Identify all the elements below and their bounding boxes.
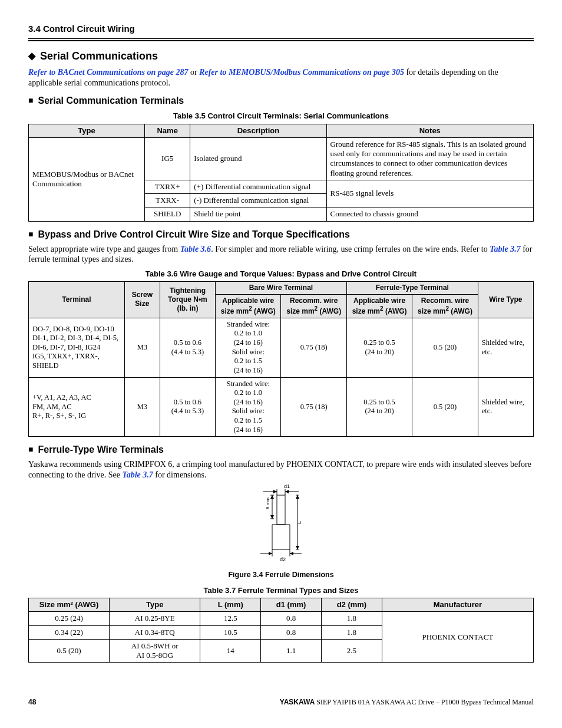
t35-r3-name: SHIELD [145, 207, 190, 221]
h2b-text: Bypass and Drive Control Circuit Wire Si… [38, 229, 349, 239]
link-table37[interactable]: Table 3.7 [490, 245, 520, 253]
intro-mid: or [188, 68, 199, 77]
t36-r1-screw: M3 [124, 377, 160, 437]
link-table36[interactable]: Table 3.6 [180, 245, 211, 253]
intro-paragraph: Refer to BACnet Communications on page 2… [28, 67, 534, 88]
table-36: Terminal Screw Size Tightening Torque N•… [28, 281, 534, 437]
fig-d2-label: d2 [280, 556, 286, 562]
t35-r1-notes: RS-485 signal levels [326, 180, 533, 207]
t36-r0-barerec: 0.75 (18) [281, 318, 346, 377]
page-footer: 48 YASKAWA SIEP YAIP1B 01A YASKAWA AC Dr… [28, 698, 534, 707]
diamond-icon: ◆ [28, 51, 35, 61]
t36-h-bare-app: Applicable wire size mm2 (AWG) [216, 294, 281, 318]
rule-thick [28, 40, 534, 41]
table35-caption: Table 3.5 Control Circuit Terminals: Ser… [28, 111, 534, 121]
t36-r1-barerec: 0.75 (18) [281, 377, 346, 437]
t36-h-torque: Tightening Torque N•m (lb. in) [160, 281, 215, 318]
rule-thin [28, 38, 534, 39]
table-row: DO-7, DO-8, DO-9, DO-10 DI-1, DI-2, DI-3… [29, 318, 534, 377]
t37-r2-c4: 2.5 [322, 639, 382, 663]
square-icon: ■ [28, 444, 33, 454]
t36-r1-ferrrec: 0.5 (20) [412, 377, 478, 437]
table36-caption: Table 3.6 Wire Gauge and Torque Values: … [28, 269, 534, 279]
t37-r0-c3: 0.8 [261, 612, 322, 625]
t37-h2: L (mm) [200, 598, 261, 612]
svg-marker-16 [296, 495, 299, 499]
t35-h-desc: Description [190, 124, 326, 137]
p37a: Yaskawa recommends using CRIMPFOX 6, a c… [28, 460, 531, 479]
svg-rect-0 [277, 495, 285, 525]
t36-r0-ferrapp: 0.25 to 0.5 (24 to 20) [346, 318, 412, 377]
t35-r0-name: IG5 [145, 137, 190, 180]
table-37: Size mm² (AWG) Type L (mm) d1 (mm) d2 (m… [28, 598, 534, 663]
link-modbus[interactable]: Refer to MEMOBUS/Modbus Communications o… [199, 68, 404, 77]
t37-r2-c0: 0.5 (20) [29, 639, 110, 663]
t37-h0: Size mm² (AWG) [29, 598, 110, 612]
t37-r0-c4: 1.8 [322, 612, 382, 625]
link-table37b[interactable]: Table 3.7 [122, 470, 153, 479]
t36-r1-term: +V, A1, A2, A3, AC FM, AM, AC R+, R-, S+… [29, 377, 125, 437]
ferrule-diagram: d1 d2 L 8 mm [240, 485, 322, 567]
heading-serial-comm: ◆Serial Communications [28, 50, 534, 63]
svg-marker-4 [273, 490, 277, 493]
t35-r3-desc: Shield tie point [190, 207, 326, 221]
t36-h-bare-rec: Recomm. wire size mm2 (AWG) [281, 294, 346, 318]
page-number: 48 [28, 698, 36, 707]
t37-r0-c2: 12.5 [200, 612, 261, 625]
footer-doc: YASKAWA SIEP YAIP1B 01A YASKAWA AC Drive… [280, 698, 534, 707]
fig-L-label: L [296, 521, 302, 524]
svg-marker-21 [270, 495, 274, 499]
t35-h-name: Name [145, 124, 190, 137]
t37-r0-c1: AI 0.25-8YE [110, 612, 200, 625]
heading-ferrule: ■Ferrule-Type Wire Terminals [28, 444, 534, 456]
fig-d1-label: d1 [284, 485, 290, 489]
svg-marker-12 [290, 552, 293, 555]
heading-terminals: ■Serial Communication Terminals [28, 95, 534, 107]
t37-r0-c0: 0.25 (24) [29, 612, 110, 625]
fig-8mm-label: 8 mm [265, 498, 270, 509]
t36-r0-torque: 0.5 to 0.6 (4.4 to 5.3) [160, 318, 215, 377]
h2a-text: Serial Communication Terminals [38, 95, 184, 106]
t37-r1-c3: 0.8 [261, 625, 322, 639]
t36-h-wiretype: Wire Type [478, 281, 533, 318]
t35-r3-notes: Connected to chassis ground [326, 207, 533, 221]
table-row: +V, A1, A2, A3, AC FM, AM, AC R+, R-, S+… [29, 377, 534, 437]
svg-marker-17 [296, 546, 299, 549]
t35-r2-name: TXRX- [145, 194, 190, 207]
link-bacnet[interactable]: Refer to BACnet Communications on page 2… [28, 68, 188, 77]
t36-h-bare: Bare Wire Terminal [216, 281, 347, 294]
p37b: for dimensions. [153, 470, 207, 479]
t36-r1-ferrapp: 0.25 to 0.5 (24 to 20) [346, 377, 412, 437]
t36-h-ferr: Ferrule-Type Terminal [346, 281, 478, 294]
t36-r1-torque: 0.5 to 0.6 (4.4 to 5.3) [160, 377, 215, 437]
t35-r0-notes: Ground reference for RS-485 signals. Thi… [326, 137, 533, 180]
t35-h-type: Type [29, 124, 145, 137]
t36-h-terminal: Terminal [29, 281, 125, 318]
svg-marker-10 [269, 552, 272, 555]
p36a: Select appropriate wire type and gauges … [28, 245, 180, 253]
t36-r0-term: DO-7, DO-8, DO-9, DO-10 DI-1, DI-2, DI-3… [29, 318, 125, 377]
square-icon: ■ [28, 229, 33, 239]
t37-r2-c3: 1.1 [261, 639, 322, 663]
p36b: . For simpler and more reliable wiring, … [211, 245, 490, 253]
t36-r0-screw: M3 [124, 318, 160, 377]
t37-r2-c1: AI 0.5-8WH or AI 0.5-8OG [110, 639, 200, 663]
t37-r1-c4: 1.8 [322, 625, 382, 639]
t37-r1-c2: 10.5 [200, 625, 261, 639]
t35-r1-name: TXRX+ [145, 180, 190, 193]
square-icon: ■ [28, 95, 33, 105]
t35-r2-desc: (-) Differential communication signal [190, 194, 326, 207]
p36: Select appropriate wire type and gauges … [28, 244, 534, 265]
svg-marker-22 [270, 515, 274, 519]
t36-r0-wt: Shielded wire, etc. [478, 318, 533, 377]
t37-r2-c2: 14 [200, 639, 261, 663]
t36-r0-ferrrec: 0.5 (20) [412, 318, 478, 377]
t37-r1-c0: 0.34 (22) [29, 625, 110, 639]
t37-manufacturer: PHOENIX CONTACT [382, 612, 533, 663]
t35-r1-desc: (+) Differential communication signal [190, 180, 326, 193]
t35-type: MEMOBUS/Modbus or BACnet Communication [29, 137, 145, 221]
fig34-caption: Figure 3.4 Ferrule Dimensions [28, 571, 534, 580]
t35-r0-desc: Isolated ground [190, 137, 326, 180]
t36-h-ferr-app: Applicable wire size mm2 (AWG) [346, 294, 412, 318]
t37-h1: Type [110, 598, 200, 612]
